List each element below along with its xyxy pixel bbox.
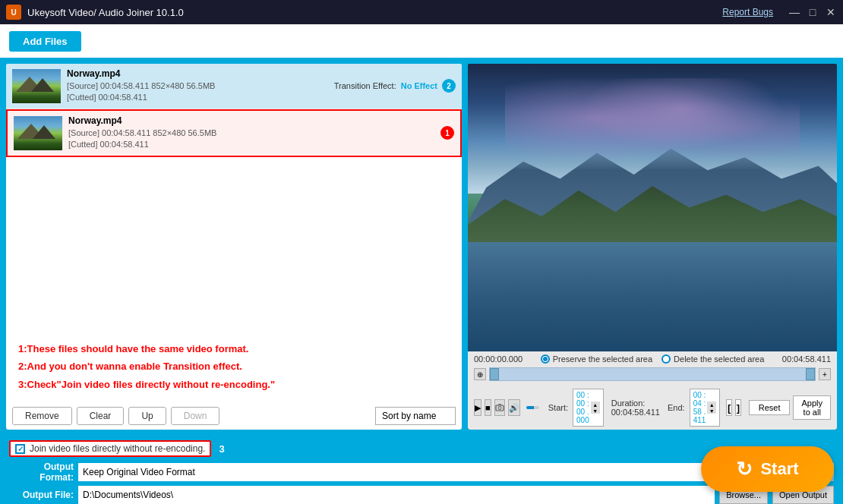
volume-button[interactable]: 🔊: [508, 399, 520, 416]
radio-group: Preserve the selected area Delete the se…: [541, 354, 765, 364]
file-item-1[interactable]: Norway.mp4 [Source] 00:04:58.411 852×480…: [6, 64, 462, 109]
zoom-in-button[interactable]: ⊕: [474, 368, 486, 380]
right-panel: 00:00:00.000 Preserve the selected area …: [468, 64, 837, 430]
end-time-spinner[interactable]: ▲ ▼: [707, 402, 716, 414]
warning-area: 1:These files should have the same video…: [6, 331, 462, 402]
end-label: End:: [668, 403, 685, 412]
minimize-button[interactable]: —: [788, 6, 800, 18]
app-title: Ukeysoft Video/ Audio Joiner 10.1.0: [27, 7, 722, 18]
output-file-label: Output File:: [9, 490, 74, 500]
file-name-2: Norway.mp4: [68, 115, 436, 126]
radio-preserve[interactable]: Preserve the selected area: [541, 354, 652, 364]
end-down-btn[interactable]: ▼: [707, 408, 716, 414]
left-bracket-button[interactable]: [: [726, 399, 732, 416]
start-time-value: 00 : 00 : 00 . 000: [576, 391, 589, 424]
up-button[interactable]: Up: [128, 407, 166, 425]
start-down-btn[interactable]: ▼: [591, 408, 600, 414]
file-info-2: Norway.mp4 [Source] 00:04:58.411 852×480…: [68, 115, 436, 151]
add-files-button[interactable]: Add Files: [9, 31, 81, 52]
start-time-spinner[interactable]: ▲ ▼: [591, 402, 600, 414]
file-list: Norway.mp4 [Source] 00:04:58.411 852×480…: [6, 64, 462, 331]
end-up-btn[interactable]: ▲: [707, 402, 716, 408]
start-button-area: ↻ Start: [701, 446, 834, 495]
join-checkbox-wrap[interactable]: ✓ Join video files directly without re-e…: [9, 440, 211, 457]
window-controls: — □ ✕: [788, 6, 837, 18]
camera-button[interactable]: [494, 399, 505, 416]
button-row: Remove Clear Up Down Sort by name: [6, 402, 462, 430]
water-reflection: [468, 242, 837, 351]
output-file-field[interactable]: [78, 486, 715, 504]
sort-select[interactable]: Sort by name: [375, 407, 456, 425]
warning-line-1: 1:These files should have the same video…: [18, 340, 450, 358]
output-format-field[interactable]: [78, 463, 733, 481]
file-thumbnail-2: [14, 116, 62, 150]
join-checkbox-label: Join video files directly without re-enc…: [30, 443, 205, 454]
left-panel: Norway.mp4 [Source] 00:04:58.411 852×480…: [6, 64, 462, 430]
transition-label-1: Transition Effect:: [334, 81, 396, 90]
file-source-2: [Source] 00:04:58.411 852×480 56.5MB: [68, 128, 436, 139]
svg-point-1: [498, 407, 501, 410]
item-badge-1: 2: [442, 79, 456, 93]
remove-button[interactable]: Remove: [12, 407, 72, 425]
clear-button[interactable]: Clear: [77, 407, 125, 425]
file-item-2[interactable]: Norway.mp4 [Source] 00:04:58.411 852×480…: [6, 109, 462, 157]
video-preview: [468, 64, 837, 351]
end-time-value: 00 : 04 : 58 . 411: [693, 391, 706, 424]
play-button[interactable]: ▶: [474, 399, 481, 416]
radio-delete[interactable]: Delete the selected area: [661, 354, 764, 364]
radio-preserve-dot: [541, 354, 550, 364]
warning-line-2: 2:And you don't wanna enable Transition …: [18, 358, 450, 375]
main-area: Norway.mp4 [Source] 00:04:58.411 852×480…: [0, 58, 843, 436]
item-badge-2: 1: [440, 126, 454, 140]
join-badge: 3: [219, 443, 224, 455]
video-scene: [468, 64, 837, 351]
duration-label: Duration: 00:04:58.411: [611, 398, 660, 417]
output-format-label: Output Format:: [9, 461, 74, 483]
start-button[interactable]: ↻ Start: [701, 446, 834, 492]
start-icon: ↻: [736, 458, 753, 481]
timeline-bar[interactable]: [489, 367, 816, 381]
start-label: Start:: [548, 403, 568, 412]
titlebar: U Ukeysoft Video/ Audio Joiner 10.1.0 Re…: [0, 0, 843, 24]
join-checkbox[interactable]: ✓: [15, 444, 25, 454]
right-bracket-button[interactable]: ]: [735, 399, 741, 416]
app-icon: U: [6, 5, 21, 20]
volume-slider[interactable]: [526, 406, 539, 409]
radio-delete-label: Delete the selected area: [674, 354, 764, 364]
timeline-start: 00:00:00.000: [474, 354, 523, 364]
camera-icon: [495, 403, 504, 412]
file-cutted-1: [Cutted] 00:04:58.411: [67, 92, 334, 103]
end-time-box[interactable]: 00 : 04 : 58 . 411 ▲ ▼: [690, 389, 721, 427]
stop-button[interactable]: ■: [485, 399, 491, 416]
sort-select-wrap: Sort by name: [375, 407, 456, 425]
timeline-handle-right[interactable]: [806, 368, 815, 380]
toolbar: Add Files: [0, 24, 843, 58]
transition-value-1[interactable]: No Effect: [401, 81, 437, 90]
report-bugs-link[interactable]: Report Bugs: [722, 7, 773, 17]
timeline-area: 00:00:00.000 Preserve the selected area …: [468, 351, 837, 386]
timeline-end: 00:04:58.411: [782, 354, 831, 364]
timeline-header: 00:00:00.000 Preserve the selected area …: [474, 354, 831, 364]
warning-line-3: 3:Check"Join video files directly withou…: [18, 376, 450, 393]
timeline-handle-left[interactable]: [490, 368, 499, 380]
reset-button[interactable]: Reset: [749, 400, 791, 415]
transition-badge-1: Transition Effect: No Effect: [334, 81, 437, 90]
controls-row: ▶ ■ 🔊 Start: 00 : 00 : 00 . 000 ▲ ▼: [468, 386, 837, 430]
file-thumbnail-1: [12, 69, 61, 103]
file-source-1: [Source] 00:04:58.411 852×480 56.5MB: [67, 80, 334, 92]
start-label: Start: [760, 459, 798, 479]
file-name-1: Norway.mp4: [67, 68, 334, 79]
radio-preserve-label: Preserve the selected area: [553, 354, 652, 364]
checkbox-check-mark: ✓: [17, 445, 24, 453]
zoom-out-button[interactable]: +: [819, 368, 831, 380]
start-up-btn[interactable]: ▲: [591, 402, 600, 408]
down-button[interactable]: Down: [171, 407, 220, 425]
start-time-box[interactable]: 00 : 00 : 00 . 000 ▲ ▼: [573, 389, 604, 427]
file-info-1: Norway.mp4 [Source] 00:04:58.411 852×480…: [67, 68, 334, 104]
maximize-button[interactable]: □: [807, 6, 819, 18]
file-cutted-2: [Cutted] 00:04:58.411: [68, 139, 436, 150]
apply-to-all-button[interactable]: Apply to all: [793, 395, 831, 420]
close-button[interactable]: ✕: [825, 6, 837, 18]
radio-delete-dot: [661, 354, 671, 364]
